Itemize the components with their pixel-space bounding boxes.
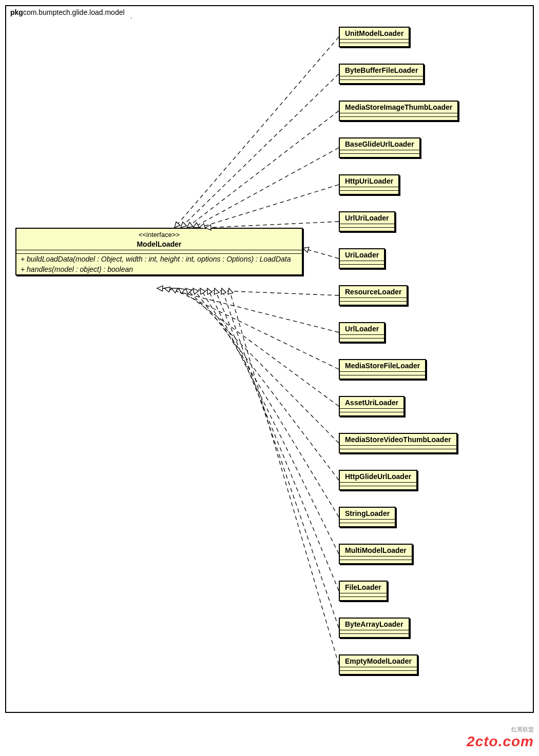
class-name: ByteBufferFileLoader	[340, 65, 423, 76]
class-box-UnitModelLoader: UnitModelLoader	[339, 27, 410, 47]
package-tab: pkgcom.bumptech.glide.load.model	[5, 5, 132, 18]
watermark: 红黑联盟 2cto.com	[467, 726, 534, 750]
class-box-BaseGlideUrlLoader: BaseGlideUrlLoader	[339, 137, 420, 158]
class-box-UrlLoader: UrlLoader	[339, 322, 385, 343]
class-box-AssetUriLoader: AssetUriLoader	[339, 396, 405, 416]
package-name: com.bumptech.glide.load.model	[23, 8, 125, 16]
class-box-StringLoader: StringLoader	[339, 507, 396, 527]
class-name: StringLoader	[340, 508, 395, 519]
class-name: BaseGlideUrlLoader	[340, 138, 419, 150]
class-box-UriLoader: UriLoader	[339, 248, 385, 269]
class-box-FileLoader: FileLoader	[339, 581, 388, 601]
class-box-MediaStoreImageThumbLoader: MediaStoreImageThumbLoader	[339, 101, 458, 121]
class-box-HttpUriLoader: HttpUriLoader	[339, 174, 399, 195]
class-name: ResourceLoader	[340, 286, 407, 297]
method-buildLoadData: + buildLoadData(model : Object, width : …	[16, 254, 302, 264]
class-box-MultiModelLoader: MultiModelLoader	[339, 544, 413, 564]
class-name: ByteArrayLoader	[340, 619, 409, 630]
class-name: AssetUriLoader	[340, 397, 403, 408]
package-prefix: pkg	[10, 8, 23, 16]
class-box-ByteArrayLoader: ByteArrayLoader	[339, 618, 410, 638]
interface-name: ModelLoader	[16, 238, 302, 250]
class-box-ResourceLoader: ResourceLoader	[339, 285, 408, 306]
class-box-EmptyModelLoader: EmptyModelLoader	[339, 654, 418, 675]
watermark-main: 2cto.com	[467, 733, 534, 749]
method-handles: + handles(model : object) : boolean	[16, 264, 302, 274]
class-name: MultiModelLoader	[340, 545, 412, 556]
class-name: EmptyModelLoader	[340, 655, 417, 667]
class-box-MediaStoreFileLoader: MediaStoreFileLoader	[339, 359, 426, 380]
class-box-MediaStoreVideoThumbLoader: MediaStoreVideoThumbLoader	[339, 433, 457, 453]
class-name: HttpUriLoader	[340, 175, 398, 187]
watermark-sub: 红黑联盟	[467, 726, 534, 733]
class-name: UriLoader	[340, 249, 384, 261]
class-name: MediaStoreFileLoader	[340, 360, 425, 371]
class-name: MediaStoreImageThumbLoader	[340, 102, 457, 113]
class-name: HttpGlideUrlLoader	[340, 471, 416, 482]
class-name: FileLoader	[340, 582, 387, 593]
class-box-UrlUriLoader: UrlUriLoader	[339, 211, 395, 232]
class-name: UrlUriLoader	[340, 212, 394, 224]
class-name: UnitModelLoader	[340, 28, 409, 39]
class-name: MediaStoreVideoThumbLoader	[340, 434, 456, 445]
class-name: UrlLoader	[340, 323, 384, 334]
class-box-ByteBufferFileLoader: ByteBufferFileLoader	[339, 64, 424, 84]
interface-box: <<interface>> ModelLoader + buildLoadDat…	[15, 228, 303, 275]
class-box-HttpGlideUrlLoader: HttpGlideUrlLoader	[339, 470, 417, 490]
interface-stereotype: <<interface>>	[16, 229, 302, 238]
